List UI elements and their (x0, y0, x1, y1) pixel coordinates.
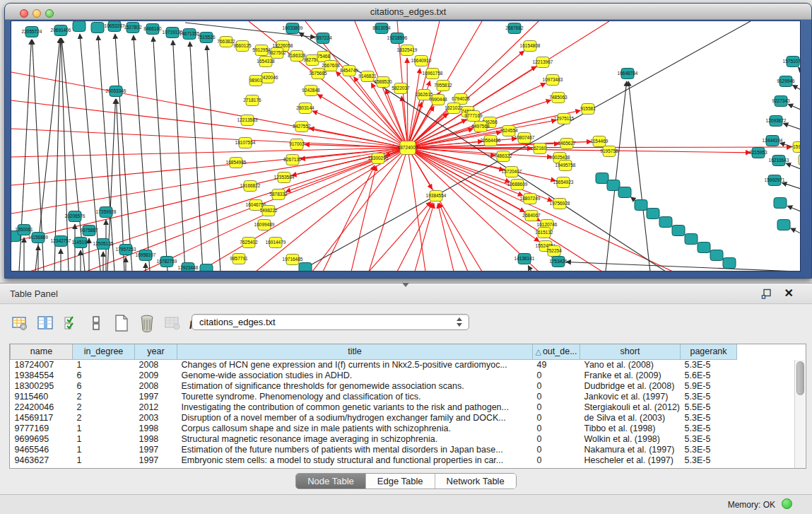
graph-node-teal[interactable] (618, 187, 631, 198)
citation-network-graph[interactable]: 1872400776638229660125591295418226058982… (11, 21, 801, 271)
table-cell[interactable]: Dudbridge et al. (2008) (580, 380, 681, 391)
edge-red[interactable] (11, 148, 408, 214)
edge-red[interactable] (11, 148, 408, 185)
table-cell[interactable]: 5.5E-5 (681, 402, 737, 412)
edge-black[interactable] (791, 228, 801, 233)
table-row[interactable]: 977716911998Corpus callosum shape and si… (11, 423, 796, 433)
float-panel-icon[interactable] (761, 288, 772, 300)
table-cell[interactable]: 18300295 (11, 380, 73, 391)
table-row[interactable]: 1830029562008Estimation of significance … (11, 380, 796, 391)
table-cell[interactable]: 5.3E-5 (681, 444, 737, 455)
table-cell[interactable]: 5.3E-5 (681, 391, 737, 402)
table-row[interactable]: 1872400712008Changes of HCN gene express… (11, 359, 796, 370)
column-header-name[interactable]: name (11, 344, 73, 359)
table-row[interactable]: 911546021997Tourette syndrome. Phenomeno… (11, 391, 796, 402)
edge-black[interactable] (190, 42, 203, 271)
edge-black[interactable] (153, 37, 167, 271)
edge-black[interactable] (134, 35, 150, 271)
table-selector-dropdown[interactable]: citations_edges.txt (192, 314, 469, 330)
table-cell[interactable]: 0 (533, 423, 580, 433)
tab-node-table[interactable]: Node Table (296, 474, 366, 489)
table-cell[interactable]: 0 (533, 412, 580, 423)
edge-red[interactable] (11, 72, 408, 148)
table-row[interactable]: 946554611997Estimation of the future num… (11, 444, 796, 455)
edge-red[interactable] (369, 201, 431, 271)
table-row[interactable]: 969969511998Structural magnetic resonanc… (11, 433, 796, 444)
graph-node-teal[interactable] (607, 180, 620, 191)
table-cell[interactable]: 0 (533, 380, 580, 391)
edge-red[interactable] (408, 147, 792, 148)
table-cell[interactable]: 6 (73, 380, 135, 391)
table-cell[interactable]: 0 (533, 444, 580, 455)
edge-black[interactable] (782, 182, 801, 189)
graph-node-teal[interactable] (659, 217, 672, 228)
column-header-title[interactable]: title (177, 344, 533, 359)
table-cell[interactable]: 1 (73, 423, 135, 433)
column-select-icon[interactable] (35, 314, 54, 332)
table-row[interactable]: 1456911722003Disruption of a novel membe… (11, 412, 796, 423)
table-cell[interactable]: 1 (73, 433, 135, 444)
table-cell[interactable]: 5.3E-5 (681, 359, 737, 370)
table-cell[interactable]: Jankovic et al. (1997) (580, 391, 681, 402)
edge-red[interactable] (439, 203, 468, 271)
table-cell[interactable]: Stergiakouli et al. (2012) (580, 402, 681, 412)
table-cell[interactable]: 2 (73, 391, 135, 402)
table-cell[interactable]: Genome-wide association studies in ADHD. (177, 370, 533, 380)
table-cell[interactable]: 5.9E-5 (681, 380, 737, 391)
edge-black[interactable] (798, 67, 801, 70)
delete-table-icon[interactable] (163, 314, 182, 332)
column-header-in_degree[interactable]: in_degree (73, 344, 135, 359)
table-cell[interactable]: Franke et al. (2009) (580, 370, 681, 380)
table-cell[interactable]: 0 (533, 433, 580, 444)
table-cell[interactable]: 1997 (135, 444, 177, 455)
table-cell[interactable]: Estimation of significance thresholds fo… (177, 380, 533, 391)
edge-red[interactable] (323, 165, 375, 271)
edge-red[interactable] (397, 203, 433, 271)
graph-node-teal[interactable] (685, 234, 698, 245)
table-cell[interactable]: 2008 (135, 380, 177, 391)
graph-node-teal[interactable] (723, 258, 736, 269)
edge-red[interactable] (11, 148, 408, 157)
edge-black[interactable] (115, 34, 132, 271)
graph-node-teal[interactable] (200, 264, 213, 272)
edge-black[interactable] (528, 266, 531, 271)
table-cell[interactable]: 1 (73, 455, 135, 465)
table-cell[interactable]: Structural magnetic resonance image aver… (177, 433, 533, 444)
table-cell[interactable]: 6 (73, 370, 135, 380)
table-cell[interactable]: 2008 (135, 359, 177, 370)
table-cell[interactable]: 2 (73, 402, 135, 412)
row-height-icon[interactable] (86, 314, 105, 332)
table-cell[interactable]: Embryonic stem cells: a model to study s… (177, 455, 533, 465)
edge-red[interactable] (86, 148, 408, 271)
edge-red[interactable] (415, 204, 434, 271)
graph-node-teal[interactable] (672, 226, 685, 236)
table-cell[interactable]: 14569117 (11, 412, 73, 423)
node-table-grid[interactable]: namein_degreeyeartitle△out_de...shortpag… (10, 344, 796, 465)
graph-node-teal[interactable] (710, 250, 723, 261)
table-cell[interactable]: 9777169 (11, 423, 73, 433)
table-row[interactable]: 2242004622012Investigating the contribut… (11, 402, 796, 412)
edge-red[interactable] (408, 148, 482, 271)
table-cell[interactable]: 2009 (135, 370, 177, 380)
edge-red[interactable] (408, 148, 751, 153)
column-header-short[interactable]: short (580, 344, 681, 359)
table-cell[interactable]: 18724007 (11, 359, 73, 370)
graph-node-yellow[interactable] (799, 155, 801, 165)
table-row[interactable]: 1938455462009Genome-wide association stu… (11, 370, 796, 380)
table-cell[interactable]: 9463627 (11, 455, 73, 465)
table-cell[interactable]: 5.3E-5 (681, 423, 737, 433)
tab-edge-table[interactable]: Edge Table (366, 474, 435, 489)
table-cell[interactable]: 0 (533, 402, 580, 412)
table-cell[interactable]: 1997 (135, 455, 177, 465)
edge-black[interactable] (173, 40, 185, 271)
graph-node-teal[interactable] (635, 200, 647, 211)
edge-black[interactable] (786, 163, 801, 169)
table-cell[interactable]: 19384554 (11, 370, 73, 380)
table-cell[interactable]: 1 (73, 359, 135, 370)
table-vertical-scrollbar[interactable] (794, 360, 805, 469)
table-cell[interactable]: 5.3E-5 (681, 433, 737, 444)
close-panel-icon[interactable]: ✕ (784, 287, 794, 300)
column-header-out_de[interactable]: △out_de... (533, 344, 580, 359)
table-cell[interactable]: Disruption of a novel member of a sodium… (177, 412, 533, 423)
select-rows-icon[interactable] (61, 314, 80, 332)
